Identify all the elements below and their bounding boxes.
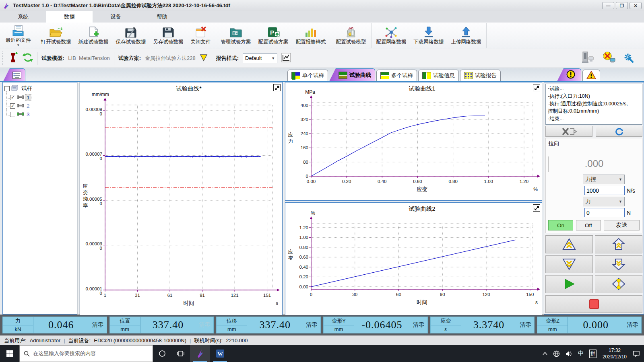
stress-strain-chart: 0.000.200.400.600.801.001.20080160240320… [285,82,542,201]
crosshead-up-button[interactable] [595,235,642,253]
scheme-warning-icon[interactable] [200,53,208,63]
specimen-checkbox-3[interactable] [10,112,15,117]
toolbar-button-config-network[interactable]: 配置网络数据 [373,23,410,48]
config-model-icon [345,26,357,38]
return-specimen-button[interactable] [595,275,642,293]
main-toolbar: 最近的文件▼打开试验数据新建试验数据保存试验数据另存试验数据关闭文件管理试验方案… [0,23,644,49]
control-off-button[interactable]: Off [576,220,601,230]
minimize-button[interactable]: — [602,2,614,9]
toolbar-button-open-data[interactable]: 打开试验数据 [37,23,75,48]
new-specimen-icon[interactable] [8,52,19,64]
chart-pin-button[interactable] [533,84,540,91]
settings-gear-icon[interactable] [623,52,634,64]
tab-试验信息[interactable]: 试验信息 [418,70,459,81]
tab-单个试样[interactable]: 单个试样 [287,70,328,81]
menu-item-帮助[interactable]: 帮助 [139,11,185,23]
ime-pinyin-indicator[interactable]: 拼 [586,345,599,362]
clear-button[interactable]: 清零 [623,317,641,333]
task-view-button[interactable] [171,345,190,362]
toolbar-button-close-file[interactable]: 关闭文件 [187,23,215,48]
chart-pin-button[interactable] [533,204,540,212]
toolbar-button-config-model[interactable]: 配置试验模型 [332,23,370,48]
specimen-item-1[interactable]: ✓ 1 [10,95,75,101]
windows-taskbar: 在这里输入你要搜索的内容 W 中 拼 17:32 2020/12/10 [0,345,644,362]
toolbar-button-upload-network[interactable]: 上传网络数据 [448,23,485,48]
specimen-root-label[interactable]: 试样 [20,85,33,92]
specimen-checkbox-2[interactable]: ✓ [10,103,15,109]
taskbar-search[interactable]: 在这里输入你要搜索的内容 [19,345,153,362]
clear-button[interactable]: 清零 [196,317,213,333]
report-preview-icon[interactable] [281,53,291,64]
cortana-button[interactable] [153,345,171,362]
svg-text:s: s [276,300,278,306]
tab-试验曲线[interactable]: 试验曲线 [329,68,375,81]
menu-item-数据[interactable]: 数据 [46,11,93,23]
stop-button[interactable] [545,295,642,313]
specimen-icon [17,111,24,117]
toolbar-button-save-as-data[interactable]: 另存试验数据 [150,23,187,48]
crosshead-down-button[interactable] [595,255,642,274]
svg-text:121: 121 [231,293,238,298]
refresh-specimen-icon[interactable] [23,52,33,64]
control-mode-select[interactable]: 力控▼ [583,175,625,184]
tray-expand-chevron[interactable] [540,345,550,362]
toolbar-button-recent-files[interactable]: 最近的文件▼ [2,23,35,48]
svg-text:0.80: 0.80 [448,179,457,184]
disconnect-extensometer-button[interactable] [545,126,592,137]
control-on-button[interactable]: On [548,220,573,230]
speed-input[interactable] [584,186,625,195]
target-input[interactable] [584,208,625,217]
start-button[interactable] [0,345,19,362]
measurement-value: 337.40 [247,317,303,333]
clear-button[interactable]: 清零 [303,317,320,333]
reconnect-button[interactable] [596,126,643,137]
toolbar-grip [2,51,4,65]
report-style-select[interactable]: Default▼ [243,53,277,63]
notification-center-button[interactable] [630,345,644,362]
menu-item-系统[interactable]: 系统 [0,11,46,23]
specimen-group-icon [11,85,19,92]
clear-button[interactable]: 清零 [410,317,427,333]
volume-icon[interactable] [563,345,575,362]
svg-text:0.60: 0.60 [299,255,308,259]
machine-status-icon [581,51,595,65]
download-network-icon [422,26,435,38]
svg-text:力: 力 [288,138,293,144]
toolbar-button-config-report[interactable]: 配置报告样式 [292,23,330,48]
send-button[interactable]: 发送 [604,220,640,230]
toolbar-button-save-data[interactable]: 保存试验数据 [112,23,150,48]
svg-text:120: 120 [482,292,490,297]
specimen-root-checkbox[interactable] [4,86,10,91]
taskbar-testmaster-icon[interactable] [190,345,210,362]
tab-multi-icon [380,72,389,79]
toolbar-button-new-data[interactable]: 新建试验数据 [75,23,112,48]
svg-text:1.00: 1.00 [484,179,493,184]
toolbar-button-config-scheme[interactable]: P配置试验方案 [255,23,292,48]
toolbar-button-download-network[interactable]: 下载网络数据 [410,23,448,48]
restore-button[interactable]: ❐ [616,2,628,9]
specimen-item-3[interactable]: 3 [10,111,75,117]
crosshead-up-fast-button[interactable] [545,235,593,253]
chart-pin-button[interactable] [273,84,281,91]
ime-language-indicator[interactable]: 中 [575,345,586,362]
separator: | [64,337,65,343]
run-test-button[interactable] [545,275,593,293]
tab-warnings[interactable] [582,70,600,81]
menu-item-设备[interactable]: 设备 [93,11,139,23]
tab-多个试样[interactable]: 多个试样 [376,70,417,81]
specimen-item-2[interactable]: ✓ 2 [10,103,75,109]
clear-button[interactable]: 清零 [516,317,534,333]
taskbar-word-icon[interactable]: W [210,345,230,362]
network-globe-icon[interactable] [550,345,563,362]
taskbar-clock[interactable]: 17:32 2020/12/10 [599,347,630,360]
clear-button[interactable]: 清零 [89,317,107,333]
target-mode-select[interactable]: 力▼ [583,197,625,206]
clock-time: 17:32 [603,347,627,354]
close-button[interactable]: ✕ [630,2,642,9]
tab-messages[interactable] [557,68,581,81]
specimen-checkbox-1[interactable]: ✓ [10,95,15,100]
crosshead-down-fast-button[interactable] [545,255,593,274]
tab-试验报告[interactable]: 试验报告 [460,70,501,81]
toolbar-button-manage-scheme[interactable]: 管理试验方案 [217,23,255,48]
tab-specimen-list[interactable] [3,68,25,81]
